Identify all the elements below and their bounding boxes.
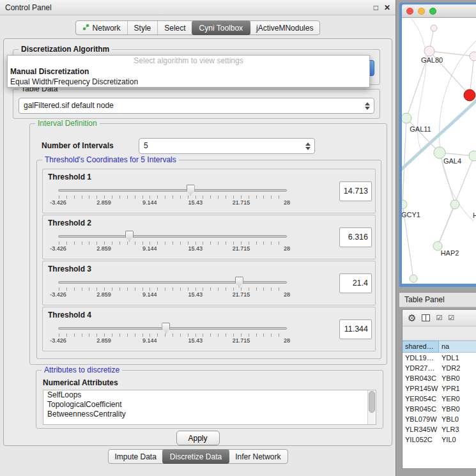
scale-tick-label: 9.144	[142, 337, 157, 344]
combo-stepper-icon	[305, 142, 311, 150]
numerical-attributes-label: Numerical Attributes	[43, 378, 118, 387]
scale-tick-label: 2.859	[96, 337, 111, 344]
threshold-slider[interactable]: -3.4262.8599.14415.4321.71528	[58, 277, 287, 305]
zoom-traffic-light-icon[interactable]	[429, 8, 436, 15]
group-title: Threshold's Coordinates for 5 Intervals	[42, 155, 179, 164]
list-item[interactable]: BetweennessCentrality	[43, 410, 376, 419]
network-node[interactable]	[469, 151, 476, 161]
select-none-checkbox-icon[interactable]: ☑	[448, 314, 454, 321]
close-traffic-light-icon[interactable]	[406, 8, 413, 15]
dropdown-option-equal-width[interactable]: Equal Width/Frequency Discretization	[8, 77, 369, 87]
network-edge[interactable]	[403, 118, 406, 204]
network-node[interactable]	[410, 275, 417, 282]
cell-shared-name: YLR345W	[403, 424, 439, 434]
table-panel-titlebar: Table Panel	[399, 292, 476, 307]
cell-name: YIL0	[439, 434, 476, 445]
table-row[interactable]: YPR145WYPR1	[403, 383, 476, 394]
cell-shared-name: YPR145W	[403, 383, 439, 394]
apply-button[interactable]: Apply	[176, 431, 220, 445]
threshold-slider[interactable]: -3.4262.8599.14415.4321.71528	[58, 323, 287, 351]
scale-tick-label: 21.715	[233, 291, 250, 298]
node-label: GAL11	[410, 125, 431, 133]
network-node[interactable]	[424, 46, 434, 56]
slider-thumb[interactable]	[235, 277, 243, 288]
tab-jactivemnodules[interactable]: jActiveMNodules	[250, 21, 319, 35]
column-header-shared-name[interactable]: shared…	[403, 341, 439, 353]
table-panel-title: Table Panel	[404, 295, 445, 304]
table-row[interactable]: YER054CYER0	[403, 394, 476, 404]
threshold-value-field[interactable]: 6.316	[339, 227, 372, 247]
num-intervals-combobox[interactable]: 5	[139, 138, 315, 154]
network-node[interactable]	[464, 89, 475, 101]
table-data-combobox[interactable]: galFiltered.sif default node	[19, 98, 374, 114]
network-node[interactable]	[431, 25, 437, 31]
table-row[interactable]: YIL052CYIL0	[403, 434, 476, 445]
table-row[interactable]: YDR27…YDR2	[403, 363, 476, 373]
cell-shared-name: YDR27…	[403, 363, 439, 373]
slider-track[interactable]	[58, 235, 287, 238]
tab-style[interactable]: Style	[127, 21, 158, 35]
cell-shared-name: YBR045C	[403, 404, 439, 414]
table-row[interactable]: YBR045CYBR0	[403, 404, 476, 414]
float-window-icon[interactable]: □	[374, 4, 378, 12]
scale-tick-label: 28	[284, 291, 290, 298]
select-all-checkbox-icon[interactable]: ☑	[436, 314, 442, 321]
slider-track[interactable]	[58, 327, 287, 330]
network-node[interactable]	[402, 113, 411, 123]
slider-thumb[interactable]	[162, 323, 170, 334]
node-label-partial: H	[473, 211, 476, 219]
table-toolbar: ⚙ ☑ ☑	[403, 310, 476, 326]
close-icon[interactable]: ✕	[384, 4, 390, 12]
slider-track[interactable]	[58, 281, 287, 284]
network-node[interactable]	[470, 52, 476, 61]
tab-select[interactable]: Select	[157, 21, 192, 35]
scale-tick-label: 2.859	[96, 291, 111, 298]
scrollbar[interactable]	[367, 390, 376, 424]
scale-tick-label: 9.144	[142, 291, 157, 298]
list-item[interactable]: SelfLoops	[43, 390, 376, 400]
cell-name: YBR0	[439, 373, 476, 383]
network-edge[interactable]	[429, 51, 474, 56]
group-title: Interval Definition	[35, 119, 100, 128]
threshold-value-field[interactable]: 21.4	[339, 273, 372, 293]
slider-ticks	[59, 288, 286, 291]
threshold-value-field[interactable]: 11.344	[339, 319, 372, 339]
table-row[interactable]: YDL19…YDL1	[403, 353, 476, 363]
cell-name: YLR3	[439, 424, 476, 434]
table-row[interactable]: YBR043CYBR0	[403, 373, 476, 383]
slider-thumb[interactable]	[125, 231, 134, 242]
tab-cyni-toolbox[interactable]: Cyni Toolbox	[192, 20, 250, 35]
tab-discretize-data[interactable]: Discretize Data	[162, 449, 229, 464]
scale-tick-label: 2.859	[96, 245, 111, 252]
threshold-label: Threshold 4	[48, 311, 91, 319]
numerical-attributes-list[interactable]: SelfLoopsTopologicalCoefficientBetweenne…	[43, 390, 376, 425]
minimize-traffic-light-icon[interactable]	[418, 8, 425, 15]
tab-impute-data[interactable]: Impute Data	[108, 450, 162, 463]
gear-icon[interactable]: ⚙	[408, 313, 416, 323]
column-header-name[interactable]: na	[439, 341, 476, 353]
desktop: Control Panel □ ✕ Network Style Select C…	[0, 0, 476, 476]
slider-ticks	[59, 334, 286, 337]
network-node[interactable]	[450, 200, 459, 209]
network-window-titlebar[interactable]	[402, 4, 476, 18]
slider-track[interactable]	[58, 189, 287, 192]
list-item[interactable]: TopologicalCoefficient	[43, 400, 376, 410]
cell-shared-name: YDL19…	[403, 353, 439, 363]
threshold-slider[interactable]: -3.4262.8599.14415.4321.71528	[58, 231, 287, 259]
dropdown-option-manual[interactable]: Manual Discretization	[8, 66, 369, 77]
table-row[interactable]: YBL079WYBL0	[403, 414, 476, 424]
tab-network[interactable]: Network	[76, 21, 127, 35]
slider-thumb[interactable]	[187, 185, 195, 196]
columns-icon[interactable]	[422, 314, 430, 321]
scale-tick-label: 9.144	[142, 199, 157, 206]
tab-infer-network[interactable]: Infer Network	[229, 450, 287, 463]
slider-ticks	[59, 196, 286, 199]
network-node[interactable]	[402, 200, 407, 209]
threshold-slider[interactable]: -3.4262.8599.14415.4321.71528	[58, 185, 287, 213]
table-row[interactable]: YLR345WYLR3	[403, 424, 476, 434]
slider-scale: -3.4262.8599.14415.4321.71528	[58, 337, 287, 345]
scrollbar-thumb[interactable]	[369, 391, 375, 413]
threshold-value-field[interactable]: 14.713	[339, 181, 372, 201]
scale-tick-label: 28	[284, 337, 290, 344]
network-canvas[interactable]: GAL80GAL11GAL4GCY1HAP2H	[402, 18, 476, 284]
